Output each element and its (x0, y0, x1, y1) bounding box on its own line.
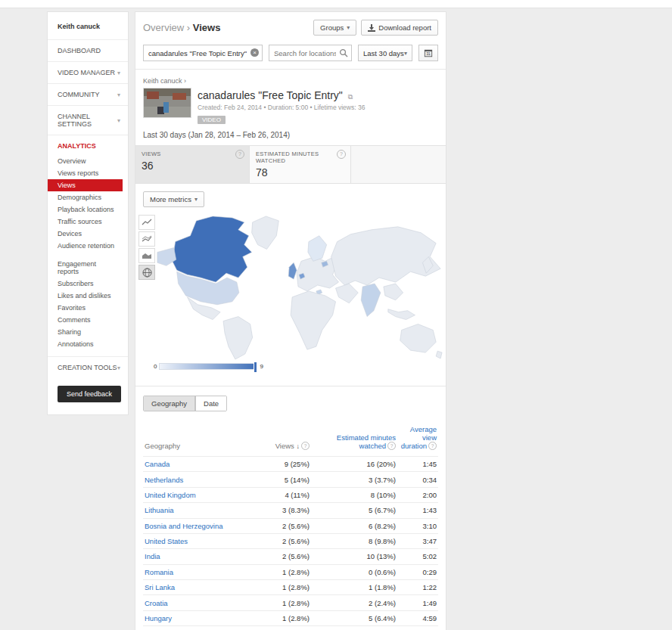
minutes-cell: 5 (6.4%) (311, 610, 397, 625)
clear-filter-icon[interactable]: × (250, 48, 259, 57)
views-cell: 2 (5.6%) (240, 549, 311, 564)
map-country-united-kingdom[interactable] (288, 262, 297, 279)
tab-date[interactable]: Date (195, 396, 226, 411)
geography-link[interactable]: Bosnia and Herzegovina (145, 522, 223, 530)
geography-link[interactable]: United Kingdom (145, 491, 196, 499)
map-region-new-zealand[interactable] (436, 351, 442, 358)
sidebar-item-video-manager[interactable]: VIDEO MANAGER▾ (48, 64, 128, 82)
sidebar-item-label: CHANNEL SETTINGS (58, 113, 117, 128)
sidebar-item-traffic-sources[interactable]: Traffic sources (48, 216, 128, 228)
metric-tab-estimated-minutes[interactable]: ESTIMATED MINUTES WATCHED 78 ? (249, 146, 351, 183)
groups-button[interactable]: Groups ▾ (313, 20, 356, 36)
sidebar-item-comments[interactable]: Comments (48, 314, 128, 326)
line-chart-icon[interactable] (138, 215, 155, 230)
sidebar-item-annotations[interactable]: Annotations (48, 338, 128, 350)
geography-link[interactable]: India (145, 552, 160, 560)
view-mode-tabs: Geography Date (143, 396, 227, 411)
scale-gradient-bar (159, 363, 257, 370)
content-filter-input[interactable] (143, 45, 263, 61)
map-region-southeast-asia[interactable] (384, 284, 403, 300)
map-region-australia[interactable] (400, 324, 437, 353)
col-header-views[interactable]: Views ↓? (240, 422, 311, 457)
scale-max-label: 9 (260, 363, 263, 370)
col-header-average-view-duration[interactable]: Average view duration? (397, 422, 438, 457)
tab-geography[interactable]: Geography (144, 396, 195, 411)
help-icon[interactable]: ? (301, 442, 310, 450)
map-chart-icon[interactable] (138, 265, 155, 280)
chevron-down-icon: ▾ (347, 24, 350, 31)
map-region-middle-east[interactable] (336, 284, 359, 303)
help-icon[interactable]: ? (387, 442, 396, 450)
sidebar-user-name[interactable]: Keith canuck (48, 18, 128, 38)
sidebar-item-audience-retention[interactable]: Audience retention (48, 240, 128, 252)
col-header-estimated-minutes[interactable]: Estimated minutes watched? (311, 422, 397, 457)
help-icon[interactable]: ? (235, 150, 244, 159)
chart-type-rail (138, 215, 155, 280)
map-region-asia[interactable] (331, 227, 441, 285)
map-region-scandinavia[interactable] (308, 236, 327, 262)
sidebar-item-views-reports[interactable]: Views reports (48, 167, 128, 179)
area-chart-icon[interactable] (138, 248, 155, 263)
send-feedback-button[interactable]: Send feedback (58, 386, 121, 402)
video-title[interactable]: canadarules "Free Topic Entry" (198, 89, 343, 101)
sidebar-item-views[interactable]: Views (48, 179, 123, 191)
geography-link[interactable]: Romania (145, 568, 173, 576)
duration-cell: 2:00 (397, 487, 438, 502)
geography-link[interactable]: Netherlands (145, 476, 183, 484)
calendar-button[interactable]: 31 (418, 45, 438, 61)
more-metrics-label: More metrics (150, 195, 191, 203)
external-link-icon[interactable]: ⧉ (348, 93, 353, 101)
more-metrics-button[interactable]: More metrics ▾ (143, 191, 204, 207)
main-content: Overview › Views Groups ▾ Download repor… (135, 11, 446, 630)
sidebar-item-engagement-reports[interactable]: Engagement reports (48, 258, 128, 278)
geography-link[interactable]: Lithuania (145, 506, 174, 514)
col-header-geography[interactable]: Geography (143, 422, 240, 457)
groups-label: Groups (320, 23, 344, 32)
breadcrumb-overview[interactable]: Overview (143, 22, 184, 33)
map-region-africa[interactable] (291, 291, 335, 349)
map-region-south-america[interactable] (223, 317, 253, 359)
sidebar-section-analytics[interactable]: ANALYTICS (48, 137, 128, 155)
sidebar-item-subscribers[interactable]: Subscribers (48, 278, 128, 290)
geography-link[interactable]: United States (145, 537, 188, 545)
spacer (48, 252, 128, 258)
world-map[interactable] (154, 213, 446, 362)
date-range-dropdown[interactable]: Last 30 days ▾ (358, 45, 412, 61)
metric-tab-views[interactable]: VIEWS 36 ? (135, 146, 249, 183)
minutes-cell: 16 (20%) (311, 457, 397, 472)
minutes-metric-label: ESTIMATED MINUTES WATCHED (256, 151, 344, 164)
video-thumbnail[interactable] (143, 88, 191, 118)
geography-link[interactable]: Hungary (145, 614, 172, 622)
table-row: Netherlands5 (14%)3 (3.7%)0:34 (143, 472, 438, 487)
map-country-greenland[interactable] (252, 216, 279, 250)
download-report-button[interactable]: Download report (361, 20, 438, 36)
minutes-cell: 8 (10%) (311, 487, 397, 502)
geography-link[interactable]: Croatia (145, 599, 168, 607)
sidebar-item-playback-locations[interactable]: Playback locations (48, 203, 128, 216)
channel-link[interactable]: Keith canuck › (143, 77, 438, 85)
sidebar-item-demographics[interactable]: Demographics (48, 191, 128, 203)
geography-link[interactable]: Sri Lanka (145, 583, 175, 591)
sidebar-item-favorites[interactable]: Favorites (48, 302, 128, 314)
sidebar-item-creation-tools[interactable]: CREATION TOOLS▾ (48, 358, 128, 377)
views-cell: 1 (2.8%) (240, 626, 311, 630)
map-country-canada[interactable] (173, 216, 252, 282)
sidebar-item-dashboard[interactable]: DASHBOARD (48, 42, 128, 60)
map-region-indonesia[interactable] (388, 309, 415, 320)
sidebar-item-likes-and-dislikes[interactable]: Likes and dislikes (48, 290, 128, 302)
sidebar-item-community[interactable]: COMMUNITY▾ (48, 85, 128, 104)
minutes-cell: 1 (1.4%) (311, 626, 397, 630)
divider (48, 83, 128, 84)
views-metric-label: VIEWS (142, 151, 232, 157)
sort-desc-icon: ↓ (297, 442, 300, 450)
breadcrumb: Overview › Views (143, 22, 220, 33)
sidebar-item-channel-settings[interactable]: CHANNEL SETTINGS▾ (48, 107, 128, 133)
help-icon[interactable]: ? (428, 442, 437, 450)
sidebar-item-sharing[interactable]: Sharing (48, 326, 128, 338)
multi-line-chart-icon[interactable] (138, 231, 155, 247)
geography-link[interactable]: Canada (145, 460, 170, 468)
map-country-india[interactable] (361, 284, 381, 317)
help-icon[interactable]: ? (337, 150, 346, 159)
sidebar-item-devices[interactable]: Devices (48, 228, 128, 240)
sidebar-item-overview[interactable]: Overview (48, 155, 128, 167)
